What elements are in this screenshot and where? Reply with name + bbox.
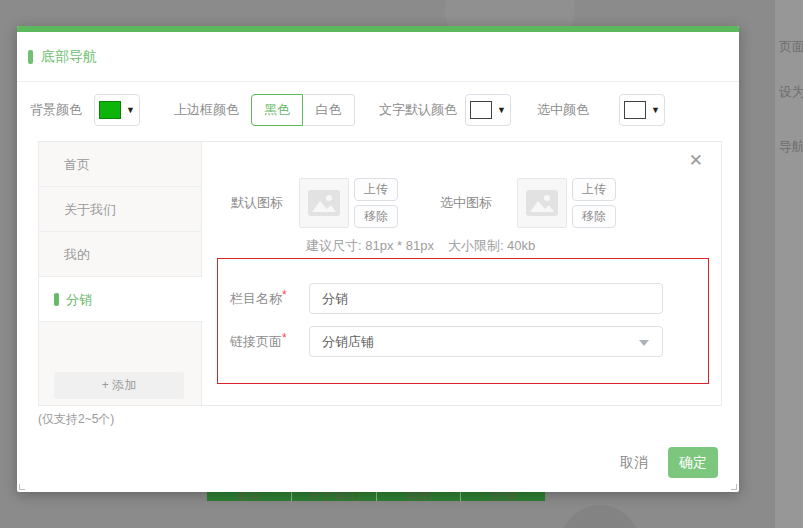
add-tab-button[interactable]: + 添加 <box>54 372 184 399</box>
icon-upload-row: 默认图标 上传 移除 选中图标 <box>231 178 616 228</box>
tab-edit-area: ✕ 默认图标 上传 移除 选中图标 <box>202 142 721 405</box>
link-page-select[interactable]: 分销店铺 <box>309 326 663 357</box>
border-color-options: 黑色 白色 <box>251 94 355 126</box>
title-pill-icon <box>28 50 33 64</box>
selected-icon-actions: 上传 移除 <box>572 178 616 228</box>
default-icon-label: 默认图标 <box>231 178 283 228</box>
border-color-option-black[interactable]: 黑色 <box>251 94 303 126</box>
select-caret-icon <box>639 340 649 346</box>
bottom-nav-settings-dialog: 底部导航 背景颜色 ▼ 上边框颜色 黑色 白色 文字默认颜色 ▼ 选中颜色 ▼ … <box>17 26 739 492</box>
resize-corner-icon <box>731 484 737 490</box>
text-color-label: 文字默认颜色 <box>379 101 457 119</box>
size-hint-dimensions: 建议尺寸: 81px * 81px <box>306 238 434 253</box>
confirm-button[interactable]: 确定 <box>668 447 718 478</box>
required-asterisk: * <box>282 288 287 302</box>
required-asterisk: * <box>282 331 287 345</box>
text-color-swatch <box>470 101 492 119</box>
default-remove-button[interactable]: 移除 <box>354 205 398 228</box>
name-label: 栏目名称* <box>230 290 292 308</box>
tabs-filler: + 添加 <box>39 322 201 405</box>
selected-remove-button[interactable]: 移除 <box>572 205 616 228</box>
background-circle <box>560 505 640 528</box>
active-tab-pill-icon <box>54 293 59 306</box>
resize-corner-icon <box>19 484 25 490</box>
tab-mine[interactable]: 我的 <box>39 232 201 277</box>
color-settings-row: 背景颜色 ▼ 上边框颜色 黑色 白色 文字默认颜色 ▼ 选中颜色 ▼ <box>30 90 726 130</box>
image-placeholder-icon <box>526 190 558 216</box>
nav-items-panel: 首页 关于我们 我的 分销 + 添加 ✕ 默认图标 <box>38 141 722 406</box>
selected-icon-label: 选中图标 <box>440 178 492 228</box>
tab-about[interactable]: 关于我们 <box>39 187 201 232</box>
active-color-label: 选中颜色 <box>537 101 589 119</box>
background-side-panel: 页面 设为 导航 <box>775 0 803 528</box>
default-icon-placeholder[interactable] <box>299 178 349 228</box>
selected-upload-button[interactable]: 上传 <box>572 178 616 201</box>
active-color-picker[interactable]: ▼ <box>619 94 665 126</box>
nav-tabs-column: 首页 关于我们 我的 分销 + 添加 <box>39 142 202 405</box>
dialog-title: 底部导航 <box>41 48 97 66</box>
close-icon[interactable]: ✕ <box>689 152 703 169</box>
text-color-picker[interactable]: ▼ <box>465 94 511 126</box>
chevron-down-icon: ▼ <box>126 106 135 115</box>
default-icon-actions: 上传 移除 <box>354 178 398 228</box>
selected-icon-placeholder[interactable] <box>517 178 567 228</box>
size-hint: 建议尺寸: 81px * 81px大小限制: 40kb <box>306 237 549 255</box>
bg-color-swatch <box>99 101 121 119</box>
link-form-row: 链接页面* 分销店铺 <box>230 326 663 357</box>
column-name-input[interactable] <box>309 283 663 314</box>
background-label: 导航 <box>779 138 803 156</box>
tab-home[interactable]: 首页 <box>39 142 201 187</box>
background-label: 页面 <box>779 38 803 56</box>
active-tab-label: 分销 <box>66 277 92 322</box>
border-color-label: 上边框颜色 <box>174 101 239 119</box>
border-color-option-white[interactable]: 白色 <box>303 94 355 126</box>
size-hint-limit: 大小限制: 40kb <box>448 238 535 253</box>
name-form-row: 栏目名称* <box>230 283 663 314</box>
cancel-button[interactable]: 取消 <box>620 454 648 472</box>
tabs-count-note: (仅支持2~5个) <box>38 411 114 428</box>
bg-color-picker[interactable]: ▼ <box>94 94 140 126</box>
active-color-swatch <box>624 101 646 119</box>
highlighted-form-section: 栏目名称* 链接页面* 分销店铺 <box>217 258 709 384</box>
link-label: 链接页面* <box>230 333 292 351</box>
chevron-down-icon: ▼ <box>651 106 660 115</box>
background-label: 设为 <box>779 83 803 101</box>
image-placeholder-icon <box>308 190 340 216</box>
chevron-down-icon: ▼ <box>497 106 506 115</box>
link-page-value: 分销店铺 <box>322 333 374 351</box>
tab-distribution[interactable]: 分销 <box>39 277 203 322</box>
bg-color-label: 背景颜色 <box>30 101 82 119</box>
dialog-footer: 取消 确定 <box>620 447 718 478</box>
dialog-header: 底部导航 <box>17 32 739 82</box>
default-upload-button[interactable]: 上传 <box>354 178 398 201</box>
